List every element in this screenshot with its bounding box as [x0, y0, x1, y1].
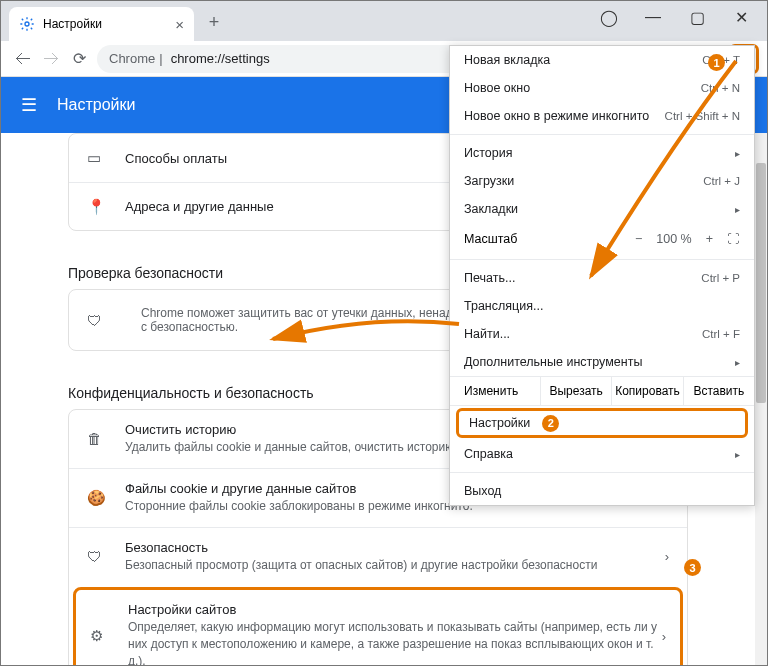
user-icon[interactable]: ◯: [587, 3, 631, 31]
location-icon: 📍: [87, 198, 107, 216]
browser-tab[interactable]: Настройки ×: [9, 7, 194, 41]
reload-button[interactable]: ⟳: [65, 45, 93, 73]
menu-edit-row: Изменить Вырезать Копировать Вставить: [450, 376, 754, 406]
menu-settings[interactable]: Настройки 2: [456, 408, 748, 438]
url-path: chrome://settings: [171, 51, 270, 66]
menu-print[interactable]: Печать...Ctrl + P: [450, 264, 754, 292]
svg-point-0: [25, 22, 29, 26]
zoom-in-button[interactable]: +: [706, 232, 713, 246]
tune-icon: ⚙: [90, 627, 110, 645]
new-tab-button[interactable]: +: [202, 12, 226, 33]
menu-find[interactable]: Найти...Ctrl + F: [450, 320, 754, 348]
site-settings-row[interactable]: ⚙ Настройки сайтовОпределяет, какую инфо…: [73, 587, 683, 665]
close-button[interactable]: ✕: [719, 3, 763, 31]
url-scheme: Chrome: [109, 51, 155, 66]
chrome-menu: Новая вкладкаCtrl + T Новое окноCtrl + N…: [449, 45, 755, 506]
hamburger-icon[interactable]: ☰: [21, 94, 37, 116]
menu-exit[interactable]: Выход: [450, 477, 754, 505]
annotation-badge-1: 1: [708, 54, 725, 71]
menu-zoom: Масштаб − 100 % + ⛶: [450, 223, 754, 255]
credit-card-icon: ▭: [87, 149, 107, 167]
tab-title: Настройки: [43, 17, 102, 31]
security-row[interactable]: 🛡 БезопасностьБезопасный просмотр (защит…: [69, 527, 687, 586]
chevron-right-icon: ›: [662, 629, 666, 644]
menu-new-window[interactable]: Новое окноCtrl + N: [450, 74, 754, 102]
scrollbar-thumb[interactable]: [756, 163, 766, 403]
gear-icon: [19, 16, 35, 32]
cookie-icon: 🍪: [87, 489, 107, 507]
menu-edit-label: Изменить: [450, 377, 540, 405]
zoom-out-button[interactable]: −: [635, 232, 642, 246]
chevron-right-icon: ›: [665, 549, 669, 564]
menu-downloads[interactable]: ЗагрузкиCtrl + J: [450, 167, 754, 195]
forward-button: 🡢: [37, 45, 65, 73]
menu-incognito[interactable]: Новое окно в режиме инкогнитоCtrl + Shif…: [450, 102, 754, 130]
menu-history[interactable]: История▸: [450, 139, 754, 167]
scrollbar[interactable]: [755, 133, 767, 665]
window-controls: ◯ — ▢ ✕: [587, 3, 763, 31]
menu-copy[interactable]: Копировать: [611, 377, 682, 405]
menu-paste[interactable]: Вставить: [683, 377, 754, 405]
shield-icon: 🛡: [87, 548, 107, 565]
shield-check-icon: 🛡: [87, 312, 107, 329]
close-icon[interactable]: ×: [175, 16, 184, 33]
back-button[interactable]: 🡠: [9, 45, 37, 73]
trash-icon: 🗑: [87, 430, 107, 447]
maximize-button[interactable]: ▢: [675, 3, 719, 31]
annotation-badge-2: 2: [542, 415, 559, 432]
minimize-button[interactable]: —: [631, 3, 675, 31]
fullscreen-icon[interactable]: ⛶: [727, 232, 740, 246]
menu-cut[interactable]: Вырезать: [540, 377, 611, 405]
annotation-badge-3: 3: [684, 559, 701, 576]
menu-help[interactable]: Справка▸: [450, 440, 754, 468]
page-title: Настройки: [57, 96, 135, 114]
menu-more-tools[interactable]: Дополнительные инструменты▸: [450, 348, 754, 376]
menu-cast[interactable]: Трансляция...: [450, 292, 754, 320]
titlebar: Настройки × + ◯ — ▢ ✕: [1, 1, 767, 41]
menu-bookmarks[interactable]: Закладки▸: [450, 195, 754, 223]
zoom-value: 100 %: [656, 232, 691, 246]
